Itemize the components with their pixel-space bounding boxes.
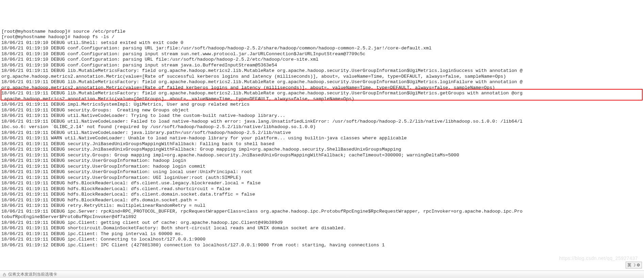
ime-language-indicator[interactable]: 英	[627, 263, 631, 267]
terminal-line: 18/06/21 01:19:11 DEBUG ipc.Server: rpcK…	[1, 209, 643, 215]
terminal-line: 18/06/21 01:19:11 DEBUG util.NativeCodeL…	[1, 113, 643, 119]
terminal-line: 18/06/21 01:19:11 DEBUG lib.MutableMetri…	[1, 91, 643, 96]
terminal-line: 18/06/21 01:19:10 DEBUG conf.Configurati…	[1, 63, 643, 68]
terminal-line: 18/06/21 01:19:11 DEBUG util.NativeCodeL…	[1, 130, 643, 136]
terminal-line: 18/06/21 01:19:11 DEBUG impl.MetricsSyst…	[1, 102, 643, 108]
terminal-line: 18/06/21 01:19:11 DEBUG lib.MutableMetri…	[1, 68, 643, 74]
terminal-line: 18/06/21 01:19:11 DEBUG hdfs.BlockReader…	[1, 181, 643, 186]
terminal-line: 18/06/21 01:19:12 DEBUG ipc.Client: IPC …	[1, 243, 643, 248]
terminal-line: 18/06/21 01:19:11 DEBUG security.Groups:…	[1, 153, 643, 158]
terminal-line: .apache.hadoop.metrics2.annotation.Metri…	[1, 96, 643, 102]
terminal-line: 18/06/21 01:19:11 DEBUG security.UserGro…	[1, 158, 643, 164]
terminal-line: 18/06/21 01:19:11 DEBUG hdfs.BlockReader…	[1, 192, 643, 198]
terminal-line: 18/06/21 01:19:10 DEBUG conf.Configurati…	[1, 51, 643, 57]
ime-settings-icon[interactable]: ⚙	[637, 263, 640, 267]
ime-tray[interactable]: 英 ☽ ⚙	[626, 262, 642, 268]
terminal-line: 18/06/21 01:19:11 DEBUG shortcircuit.Dom…	[1, 226, 643, 231]
terminal-line: [root@myhostname hadoop]# hadoop fs -ls …	[1, 34, 643, 40]
terminal-line: tobufRpcEngine$Server$ProtoBufRpcInvoker…	[1, 214, 643, 220]
svg-rect-0	[3, 274, 6, 276]
terminal-line: ibc.so.6: version `GLIBC_2.14' not found…	[1, 124, 643, 130]
terminal-line: 18/06/21 01:19:11 DEBUG ipc.Client: The …	[1, 231, 643, 237]
terminal-line: org.apache.hadoop.metrics2.annotation.Me…	[1, 85, 643, 91]
terminal-line: 18/06/21 01:19:10 DEBUG conf.Configurati…	[1, 57, 643, 63]
terminal-line: 18/06/21 01:19:11 DEBUG security.UserGro…	[1, 175, 643, 181]
terminal-line: 18/06/21 01:19:11 DEBUG hdfs.BlockReader…	[1, 186, 643, 192]
terminal-line: 18/06/21 01:19:11 DEBUG util.NativeCodeL…	[1, 119, 643, 125]
terminal-line: 18/06/21 01:19:11 DEBUG ipc.Client: Conn…	[1, 237, 643, 243]
status-bar: 仅将文本发送到当前选项卡	[0, 271, 644, 278]
terminal-line: org.apache.hadoop.metrics2.annotation.Me…	[1, 74, 643, 80]
terminal-line: 18/06/21 01:19:11 DEBUG lib.MutableMetri…	[1, 79, 643, 85]
status-bar-text: 仅将文本发送到当前选项卡	[8, 272, 57, 277]
terminal-output[interactable]: [root@myhostname hadoop]# source /etc/pr…	[0, 28, 644, 248]
watermark-text: https://blog.csdn.net/qq_25927437	[559, 256, 638, 261]
ime-moon-icon[interactable]: ☽	[632, 263, 636, 267]
terminal-line: 18/06/21 01:19:11 DEBUG retry.RetryUtils…	[1, 203, 643, 209]
terminal-line: 18/06/21 01:19:10 DEBUG conf.Configurati…	[1, 46, 643, 51]
terminal-line: 18/06/21 01:19:10 DEBUG util.Shell: sets…	[1, 40, 643, 46]
terminal-line: 18/06/21 01:19:11 DEBUG hdfs.BlockReader…	[1, 198, 643, 203]
lock-icon	[2, 272, 7, 277]
terminal-line: 18/06/21 01:19:11 DEBUG security.JniBase…	[1, 141, 643, 147]
terminal-line: 18/06/21 01:19:11 WARN util.NativeCodeLo…	[1, 136, 643, 141]
terminal-line: [root@myhostname hadoop]# source /etc/pr…	[1, 29, 643, 35]
terminal-line: 18/06/21 01:19:11 DEBUG security.UserGro…	[1, 164, 643, 170]
terminal-line: 18/06/21 01:19:11 DEBUG security.Groups:…	[1, 108, 643, 113]
terminal-line: 18/06/21 01:19:11 DEBUG security.JniBase…	[1, 147, 643, 153]
terminal-line: 18/06/21 01:19:11 DEBUG security.UserGro…	[1, 169, 643, 175]
terminal-line: 18/06/21 01:19:11 DEBUG ipc.Client: gett…	[1, 220, 643, 226]
